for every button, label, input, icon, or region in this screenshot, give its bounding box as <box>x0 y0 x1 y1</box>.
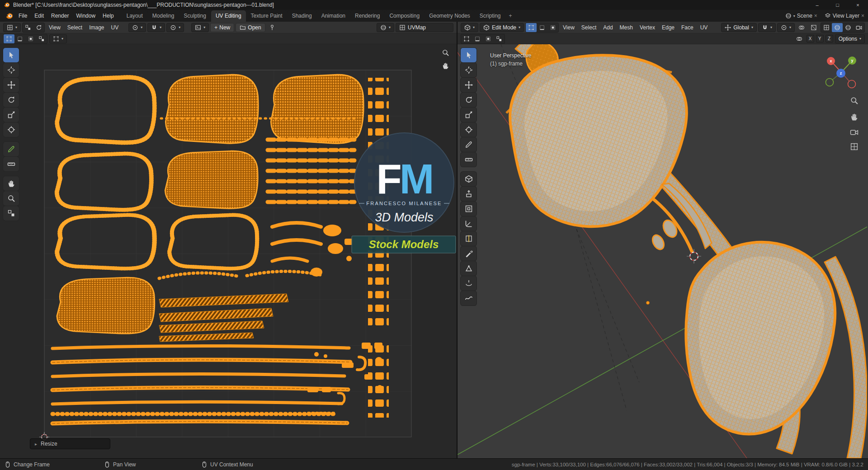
vp-toggle-2-icon[interactable] <box>472 34 483 43</box>
proportional-edit-dropdown[interactable]: ▾ <box>777 23 795 32</box>
vp-toggle-3-icon[interactable] <box>483 34 494 43</box>
menu-file[interactable]: File <box>15 11 31 21</box>
tool-extrude[interactable] <box>461 187 476 201</box>
scene-dropdown-icon[interactable]: ▾ <box>793 14 795 18</box>
vp-menu-face[interactable]: Face <box>679 23 696 32</box>
uv-toggle-sync-icon[interactable] <box>33 23 44 32</box>
uv-tool-rotate[interactable] <box>3 93 19 107</box>
show-overlays-button[interactable] <box>796 23 807 32</box>
uv-tool-pan[interactable] <box>3 176 19 191</box>
vp-menu-add[interactable]: Add <box>600 23 615 32</box>
hand-icon[interactable] <box>442 62 449 70</box>
uv-canvas-area[interactable]: FM FRANCESCO MILANESE 3D Models Stock Mo… <box>0 44 457 458</box>
add-workspace-button[interactable]: + <box>506 10 515 22</box>
edge-mode-button[interactable] <box>537 23 547 32</box>
scene-icon[interactable] <box>785 13 792 19</box>
face-mode-button[interactable] <box>547 23 558 32</box>
tool-loop-cut[interactable] <box>461 231 476 246</box>
tool-spin[interactable] <box>461 276 476 291</box>
uv-select-edge-button[interactable] <box>14 34 25 43</box>
tool-inset[interactable] <box>461 202 476 216</box>
view-layer-unlink-icon[interactable]: × <box>861 13 864 19</box>
uv-tool-cursor[interactable] <box>3 63 19 77</box>
vertex-mode-button[interactable] <box>526 23 537 32</box>
display-channels-dropdown[interactable]: ▾ <box>377 23 394 32</box>
uv-select-vertex-button[interactable] <box>4 34 14 43</box>
view-layer-name[interactable]: View Layer <box>833 13 859 19</box>
blender-menu-icon[interactable] <box>5 12 13 20</box>
tool-measure[interactable] <box>461 152 476 167</box>
open-image-button[interactable]: Open <box>236 23 265 32</box>
uv-menu-image[interactable]: Image <box>86 23 107 32</box>
mirror-x-button[interactable]: X <box>807 35 814 42</box>
uv-tool-zoom[interactable] <box>3 191 19 206</box>
scene-unlink-icon[interactable]: × <box>814 13 817 19</box>
transform-orientation-dropdown[interactable]: Global ▾ <box>721 23 757 32</box>
uv-snap-dropdown[interactable]: ▾ <box>147 23 165 32</box>
tool-add-cube[interactable] <box>461 172 476 186</box>
vp-menu-uv[interactable]: UV <box>698 23 711 32</box>
vp-menu-vertex[interactable]: Vertex <box>637 23 658 32</box>
uvmap-selector[interactable]: UVMap <box>396 23 453 32</box>
tab-shading[interactable]: Shading <box>288 10 316 22</box>
tab-modeling[interactable]: Modeling <box>148 10 179 22</box>
uv-menu-select[interactable]: Select <box>65 23 85 32</box>
xray-toggle-button[interactable] <box>808 23 819 32</box>
viewport-canvas-area[interactable]: x y z <box>458 44 868 458</box>
tool-select-box[interactable] <box>461 48 476 62</box>
uv-pivot-dropdown[interactable]: ▾ <box>128 23 146 32</box>
close-button[interactable]: × <box>848 0 868 10</box>
maximize-button[interactable]: □ <box>827 0 848 10</box>
uv-editor-type-dropdown[interactable]: ▾ <box>3 23 21 32</box>
uv-toggle-island-icon[interactable] <box>23 23 33 32</box>
mirror-y-button[interactable]: Y <box>816 35 824 42</box>
tab-texture-paint[interactable]: Texture Paint <box>246 10 287 22</box>
uv-tool-measure[interactable] <box>3 157 19 171</box>
uv-sticky-mode-dropdown[interactable]: ▾ <box>49 34 67 43</box>
uv-tool-transform[interactable] <box>3 122 19 137</box>
material-shading-button[interactable] <box>843 23 854 32</box>
tab-geometry-nodes[interactable]: Geometry Nodes <box>425 10 475 22</box>
vp-menu-view[interactable]: View <box>560 23 577 32</box>
view-layer-icon[interactable] <box>825 13 831 19</box>
menu-window[interactable]: Window <box>72 11 99 21</box>
uv-menu-view[interactable]: View <box>46 23 63 32</box>
tool-rotate[interactable] <box>461 93 476 107</box>
tool-move[interactable] <box>461 78 476 92</box>
vp-toggle-1-icon[interactable] <box>461 34 472 43</box>
uv-proportional-dropdown[interactable]: ▾ <box>166 23 184 32</box>
solid-shading-button[interactable] <box>832 23 843 32</box>
tab-sculpting[interactable]: Sculpting <box>179 10 211 22</box>
tab-layout[interactable]: Layout <box>122 10 147 22</box>
uv-tool-move[interactable] <box>3 78 19 92</box>
tool-scale[interactable] <box>461 108 476 122</box>
tool-knife[interactable] <box>461 246 476 261</box>
tool-cursor[interactable] <box>461 63 476 77</box>
menu-help[interactable]: Help <box>99 11 118 21</box>
image-browse-dropdown[interactable]: ▾ <box>191 23 209 32</box>
viewport-canvas[interactable]: x y z <box>458 44 867 458</box>
mirror-z-button[interactable]: Z <box>826 35 833 42</box>
uv-select-face-button[interactable] <box>25 34 36 43</box>
uv-tool-scale[interactable] <box>3 108 19 122</box>
tool-transform[interactable] <box>461 122 476 137</box>
uv-select-island-button[interactable] <box>36 34 47 43</box>
vp-toggle-4-icon[interactable] <box>494 34 505 43</box>
zoom-icon[interactable] <box>442 49 449 56</box>
mode-dropdown[interactable]: Edit Mode ▾ <box>480 23 524 32</box>
tab-rendering[interactable]: Rendering <box>350 10 384 22</box>
minimize-button[interactable]: – <box>807 0 827 10</box>
pin-icon[interactable] <box>267 23 278 32</box>
vp-menu-mesh[interactable]: Mesh <box>617 23 636 32</box>
new-image-button[interactable]: + New <box>210 23 234 32</box>
tool-poly-build[interactable] <box>461 261 476 276</box>
uv-canvas[interactable]: FM FRANCESCO MILANESE 3D Models Stock Mo… <box>0 44 457 458</box>
operator-panel[interactable]: ▸ Resize <box>30 438 110 449</box>
menu-edit[interactable]: Edit <box>31 11 47 21</box>
tool-annotate[interactable] <box>461 137 476 152</box>
uv-tool-island[interactable] <box>3 206 19 221</box>
scene-name[interactable]: Scene <box>797 13 812 19</box>
options-dropdown[interactable]: Options ▾ <box>835 34 865 43</box>
tab-compositing[interactable]: Compositing <box>385 10 424 22</box>
tab-uv-editing[interactable]: UV Editing <box>211 10 246 22</box>
